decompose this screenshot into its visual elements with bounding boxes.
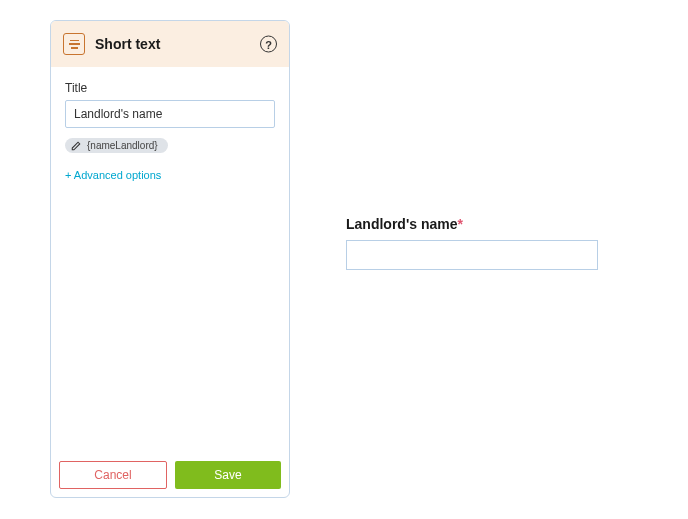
panel-footer: Cancel Save: [51, 453, 289, 497]
title-label: Title: [65, 81, 275, 95]
required-indicator: *: [457, 216, 462, 232]
panel-title: Short text: [95, 36, 160, 52]
pencil-icon: [71, 141, 81, 151]
preview-input[interactable]: [346, 240, 598, 270]
panel-body: Title {nameLandlord} + Advanced options: [51, 67, 289, 453]
panel-header: Short text ?: [51, 21, 289, 67]
preview-label-text: Landlord's name: [346, 216, 457, 232]
field-preview: Landlord's name*: [346, 216, 598, 270]
variable-chip[interactable]: {nameLandlord}: [65, 138, 168, 153]
save-button[interactable]: Save: [175, 461, 281, 489]
variable-chip-label: {nameLandlord}: [87, 140, 158, 151]
preview-label: Landlord's name*: [346, 216, 598, 232]
cancel-button[interactable]: Cancel: [59, 461, 167, 489]
title-input[interactable]: [65, 100, 275, 128]
help-icon[interactable]: ?: [260, 36, 277, 53]
short-text-icon: [63, 33, 85, 55]
field-editor-panel: Short text ? Title {nameLandlord} + Adva…: [50, 20, 290, 498]
advanced-options-link[interactable]: + Advanced options: [65, 169, 275, 181]
